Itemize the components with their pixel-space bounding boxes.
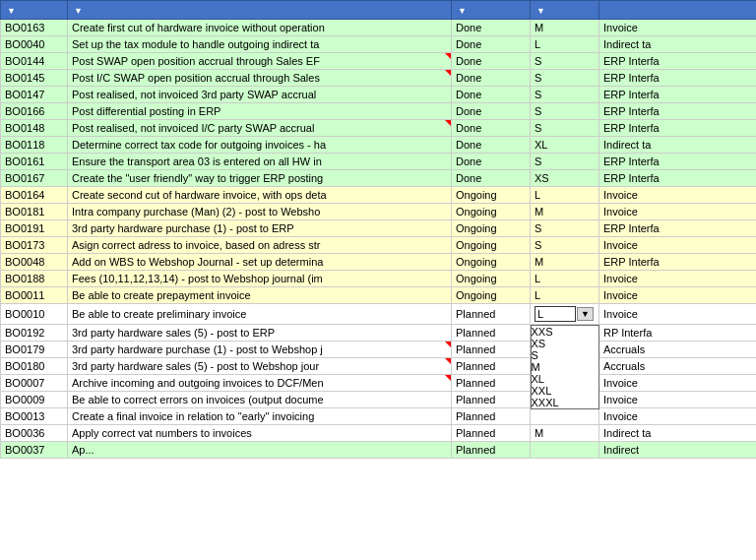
tshirt-input[interactable] [535, 306, 576, 322]
story-id-cell: BO0191 [1, 220, 68, 237]
story-name-cell: Ap... [68, 442, 452, 459]
epic-cell: Invoice [599, 271, 757, 287]
story-id-cell: BO0145 [1, 70, 68, 87]
story-name-cell: Fees (10,11,12,13,14) - post to Webshop … [68, 271, 452, 287]
tshirt-cell: XS [531, 170, 599, 187]
status-header[interactable]: ▼ [452, 1, 531, 20]
status-sort-icon[interactable]: ▼ [458, 6, 467, 16]
epic-header[interactable] [599, 1, 757, 20]
tshirt-cell: L [531, 271, 599, 287]
status-cell: Ongoing [452, 271, 531, 287]
story-id-cell: BO0161 [1, 154, 68, 170]
story-id-cell: BO0167 [1, 170, 68, 187]
epic-cell: ERP Interfa [599, 53, 757, 70]
table-row: BO01923rd party hardware sales (5) - pos… [1, 325, 757, 342]
tshirt-header[interactable]: ▼ [531, 1, 599, 20]
tshirt-cell: M [531, 425, 599, 442]
story-id-header[interactable]: ▼ [1, 1, 68, 20]
story-id-cell: BO0147 [1, 87, 68, 103]
story-name-cell: 3rd party hardware sales (5) - post to W… [68, 358, 452, 375]
epic-cell: Accruals [599, 342, 757, 358]
story-id-cell: BO0188 [1, 271, 68, 287]
story-name-cell: Post differential posting in ERP [68, 103, 452, 120]
table-row: BO0188Fees (10,11,12,13,14) - post to We… [1, 271, 757, 287]
story-id-cell: BO0010 [1, 304, 68, 325]
table-row: BO0148Post realised, not invoiced I/C pa… [1, 120, 757, 137]
story-name-cell: Add on WBS to Webshop Journal - set up d… [68, 254, 452, 271]
status-cell: Planned [452, 425, 531, 442]
table-header-row: ▼ ▼ ▼ ▼ [1, 1, 757, 20]
story-id-cell: BO0192 [1, 325, 68, 342]
tshirt-sort-icon[interactable]: ▼ [536, 6, 545, 16]
story-name-cell: Create a final invoice in relation to "e… [68, 408, 452, 425]
story-name-sort-icon[interactable]: ▼ [74, 6, 83, 16]
status-cell: Planned [452, 325, 531, 342]
tshirt-cell: S [531, 53, 599, 70]
table-row: BO0036Apply correct vat numbers to invoi… [1, 425, 757, 442]
story-name-cell: Post SWAP open position accrual through … [68, 53, 452, 70]
tshirt-cell: S [531, 87, 599, 103]
story-name-cell: Create second cut of hardware invoice, w… [68, 187, 452, 204]
story-name-cell: Archive incoming and outgoing invoices t… [68, 375, 452, 392]
dropdown-option-xxs[interactable]: XXS [532, 326, 598, 338]
story-name-header[interactable]: ▼ [68, 1, 452, 20]
dropdown-option-xl[interactable]: XL [532, 373, 598, 385]
tshirt-cell: M [531, 254, 599, 271]
story-name-cell: 3rd party hardware purchase (1) - post t… [68, 220, 452, 237]
epic-cell: Invoice [599, 375, 757, 392]
epic-cell: ERP Interfa [599, 220, 757, 237]
dropdown-option-xs[interactable]: XS [532, 338, 598, 349]
table-row: BO0161Ensure the transport area 03 is en… [1, 154, 757, 170]
story-id-cell: BO0164 [1, 187, 68, 204]
epic-cell: Invoice [599, 304, 757, 325]
story-id-cell: BO0037 [1, 442, 68, 459]
story-name-cell: Intra company purchase (Man) (2) - post … [68, 204, 452, 220]
tshirt-cell: L [531, 36, 599, 53]
epic-cell: Indirect ta [599, 425, 757, 442]
story-name-cell: Be able to create prepayment invoice [68, 287, 452, 304]
story-name-cell: Create the "user friendly" way to trigge… [68, 170, 452, 187]
tshirt-dropdown-popup[interactable]: XXSXSSMXLXXLXXXL [531, 325, 599, 409]
story-id-cell: BO0148 [1, 120, 68, 137]
story-id-cell: BO0163 [1, 20, 68, 36]
epic-cell: Invoice [599, 187, 757, 204]
story-name-cell: 3rd party hardware sales (5) - post to E… [68, 325, 452, 342]
dropdown-option-xxl[interactable]: XXL [532, 385, 598, 397]
epic-cell: Indirect ta [599, 36, 757, 53]
story-id-cell: BO0179 [1, 342, 68, 358]
table-row: BO0013Create a final invoice in relation… [1, 408, 757, 425]
epic-cell: ERP Interfa [599, 103, 757, 120]
status-cell: Planned [452, 375, 531, 392]
dropdown-option-m[interactable]: M [532, 361, 598, 373]
story-name-cell: Apply correct vat numbers to invoices [68, 425, 452, 442]
epic-cell: ERP Interfa [599, 87, 757, 103]
story-name-cell: Determine correct tax code for outgoing … [68, 137, 452, 154]
status-cell: Planned [452, 342, 531, 358]
table-row: BO0166Post differential posting in ERPDo… [1, 103, 757, 120]
dropdown-option-s[interactable]: S [532, 349, 598, 361]
table-row: BO01803rd party hardware sales (5) - pos… [1, 358, 757, 375]
tshirt-cell: XL [531, 137, 599, 154]
story-id-cell: BO0036 [1, 425, 68, 442]
story-name-cell: Set up the tax module to handle outgoing… [68, 36, 452, 53]
dropdown-option-xxxl[interactable]: XXXL [532, 397, 598, 408]
tshirt-cell: S [531, 70, 599, 87]
table-row: BO0144Post SWAP open position accrual th… [1, 53, 757, 70]
epic-cell: ERP Interfa [599, 170, 757, 187]
status-cell: Ongoing [452, 187, 531, 204]
status-cell: Done [452, 70, 531, 87]
tshirt-cell: S [531, 237, 599, 254]
table-row: BO0118Determine correct tax code for out… [1, 137, 757, 154]
story-id-cell: BO0180 [1, 358, 68, 375]
tshirt-dropdown-btn[interactable]: ▼ [577, 307, 594, 321]
story-id-cell: BO0181 [1, 204, 68, 220]
table-row: BO0037Ap...PlannedIndirect [1, 442, 757, 459]
table-row: BO0007Archive incoming and outgoing invo… [1, 375, 757, 392]
story-id-sort-icon[interactable]: ▼ [7, 6, 16, 16]
story-name-cell: Ensure the transport area 03 is entered … [68, 154, 452, 170]
story-name-cell: Post realised, not invoiced 3rd party SW… [68, 87, 452, 103]
story-name-cell: Post I/C SWAP open position accrual thro… [68, 70, 452, 87]
tshirt-cell[interactable]: ▼ [531, 304, 599, 325]
table-row: BO0163Create first cut of hardware invoi… [1, 20, 757, 36]
story-name-cell: Post realised, not invoiced I/C party SW… [68, 120, 452, 137]
